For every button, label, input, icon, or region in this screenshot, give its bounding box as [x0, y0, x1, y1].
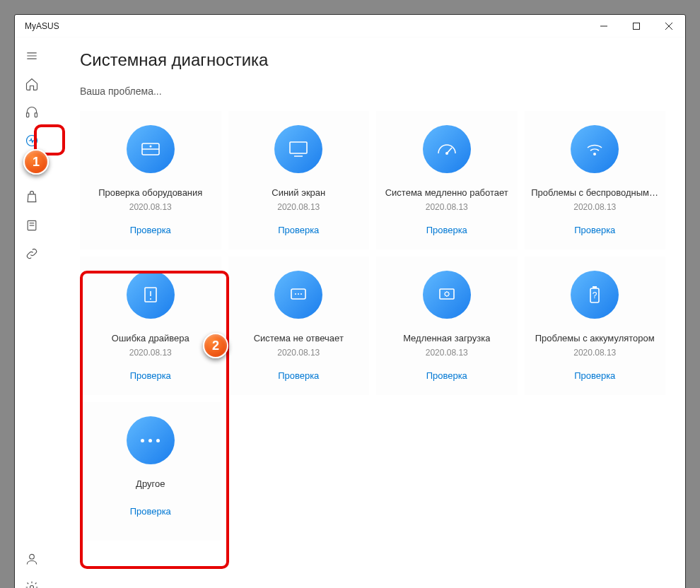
titlebar: MyASUS	[15, 15, 685, 37]
link-icon	[25, 247, 39, 261]
no-response-icon	[274, 271, 322, 319]
card-action[interactable]: Проверка	[574, 225, 615, 235]
hardware-icon	[127, 125, 175, 173]
card-action[interactable]: Проверка	[426, 225, 467, 235]
card-title: Медленная загрузка	[403, 333, 490, 343]
hamburger-icon	[25, 49, 39, 63]
sidebar-item-news[interactable]	[15, 211, 49, 240]
card-action[interactable]: Проверка	[278, 225, 319, 235]
svg-point-28	[295, 293, 296, 295]
card-slow-boot[interactable]: Медленная загрузка 2020.08.13 Проверка	[376, 257, 518, 395]
wifi-icon	[571, 125, 619, 173]
window-title: MyASUS	[25, 21, 588, 31]
card-title: Синий экран	[272, 187, 325, 198]
gauge-icon	[423, 125, 471, 173]
card-other[interactable]: Другое Проверка	[80, 402, 221, 541]
card-title: Другое	[136, 478, 165, 489]
card-action[interactable]: Проверка	[574, 370, 615, 381]
bluescreen-icon	[274, 125, 322, 173]
card-date: 2020.08.13	[426, 202, 468, 212]
user-icon	[25, 552, 39, 566]
page-subtitle: Ваша проблема...	[80, 86, 665, 97]
page-title: Системная диагностика	[80, 50, 665, 70]
headset-icon	[25, 105, 39, 119]
card-action[interactable]: Проверка	[426, 370, 467, 381]
card-slow-system[interactable]: Система медленно работает 2020.08.13 Про…	[376, 111, 518, 249]
sidebar-item-home[interactable]	[15, 70, 49, 98]
annotation-marker-1: 1	[23, 149, 49, 175]
svg-point-23	[593, 153, 596, 155]
svg-rect-41	[593, 286, 597, 288]
minimize-button[interactable]	[588, 15, 620, 37]
shopping-bag-icon	[25, 190, 39, 204]
maximize-icon	[633, 23, 640, 30]
svg-point-26	[150, 298, 151, 300]
sidebar-item-link[interactable]	[15, 240, 49, 268]
card-date: 2020.08.13	[277, 348, 320, 358]
close-icon	[665, 23, 672, 30]
svg-rect-31	[440, 289, 454, 299]
gear-icon	[25, 580, 39, 588]
annotation-marker-2: 2	[203, 333, 228, 358]
close-button[interactable]	[653, 15, 685, 37]
card-date: 2020.08.13	[129, 348, 172, 358]
svg-line-35	[448, 295, 448, 295]
card-driver-error[interactable]: Ошибка драйвера 2020.08.13 Проверка	[80, 257, 221, 395]
card-not-responding[interactable]: Система не отвечает 2020.08.13 Проверка	[228, 257, 370, 395]
sidebar-item-support[interactable]	[15, 98, 49, 127]
svg-point-18	[149, 146, 151, 148]
svg-line-39	[445, 292, 445, 293]
svg-text:?: ?	[593, 290, 597, 300]
svg-rect-7	[27, 113, 29, 117]
sidebar-item-account[interactable]	[15, 545, 49, 573]
svg-point-15	[30, 586, 34, 589]
svg-line-37	[445, 295, 445, 295]
svg-point-22	[445, 152, 448, 155]
loading-icon	[423, 271, 471, 319]
driver-error-icon	[127, 271, 175, 319]
card-action[interactable]: Проверка	[130, 225, 171, 235]
sidebar-item-store[interactable]	[15, 183, 49, 211]
card-blue-screen[interactable]: Синий экран 2020.08.13 Проверка	[228, 111, 370, 249]
minimize-icon	[600, 23, 607, 30]
card-title: Система медленно работает	[385, 187, 508, 198]
body: Системная диагностика Ваша проблема... П…	[15, 37, 685, 588]
card-action[interactable]: Проверка	[278, 370, 319, 381]
sidebar-item-settings[interactable]	[15, 573, 49, 588]
maximize-button[interactable]	[620, 15, 653, 37]
content: Системная диагностика Ваша проблема... П…	[49, 37, 685, 588]
svg-line-33	[448, 292, 448, 293]
document-icon	[25, 218, 39, 233]
card-title: Проверка оборудования	[98, 187, 202, 198]
titlebar-controls	[588, 15, 685, 37]
card-battery-problems[interactable]: ? Проблемы с аккумулятором 2020.08.13 Пр…	[525, 257, 666, 395]
card-action[interactable]: Проверка	[130, 506, 171, 517]
card-hardware-check[interactable]: Проверка оборудования 2020.08.13 Проверк…	[80, 111, 221, 249]
svg-rect-8	[35, 113, 37, 117]
card-date: 2020.08.13	[426, 348, 468, 358]
svg-point-30	[301, 293, 302, 295]
more-icon	[127, 416, 175, 464]
sidebar	[15, 37, 49, 588]
app-window: MyASUS	[14, 14, 686, 588]
svg-rect-1	[634, 23, 640, 29]
card-action[interactable]: Проверка	[130, 370, 171, 381]
home-icon	[25, 77, 39, 91]
card-date: 2020.08.13	[573, 348, 616, 358]
card-title: Система не отвечает	[254, 333, 344, 343]
svg-rect-19	[290, 142, 307, 153]
card-title: Проблемы с аккумулятором	[535, 333, 655, 343]
svg-point-29	[298, 293, 299, 295]
card-title: Проблемы с беспроводным под...	[531, 187, 658, 198]
card-wireless-problems[interactable]: Проблемы с беспроводным под... 2020.08.1…	[525, 111, 666, 249]
card-title: Ошибка драйвера	[112, 333, 189, 343]
card-date: 2020.08.13	[573, 202, 616, 212]
menu-toggle-button[interactable]	[15, 42, 49, 70]
card-date: 2020.08.13	[277, 202, 320, 212]
activity-icon	[25, 134, 39, 148]
card-grid: Проверка оборудования 2020.08.13 Проверк…	[80, 111, 665, 541]
card-date: 2020.08.13	[129, 202, 172, 212]
battery-icon: ?	[571, 271, 619, 319]
svg-point-14	[30, 554, 35, 559]
